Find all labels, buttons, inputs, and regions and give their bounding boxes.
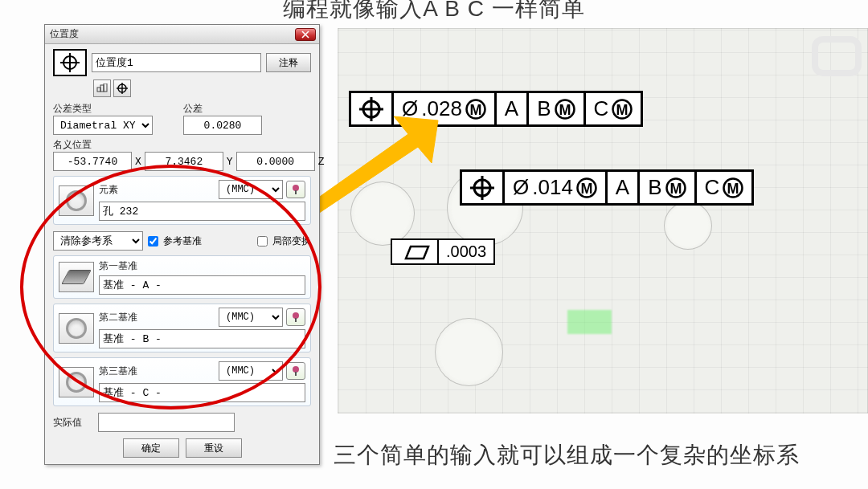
fcf2-datum-b: B M — [640, 172, 696, 203]
fcf1-value: .028 — [421, 96, 462, 121]
titlebar[interactable]: 位置度 — [45, 25, 319, 44]
fcf1-b-label: B — [537, 96, 551, 121]
datum3-block: 第三基准 (MMC) — [53, 357, 311, 406]
mmc-icon: M — [555, 99, 575, 120]
fcf-flatness: .0003 — [391, 238, 495, 265]
fcf1-datum-a: A — [497, 93, 529, 124]
dialog-title: 位置度 — [50, 27, 79, 41]
diameter-symbol: Ø — [513, 175, 529, 200]
local-xform-checkbox[interactable]: 局部变换 — [254, 234, 311, 249]
top-caption: 编程就像输入A B C 一样简单 — [0, 0, 868, 24]
clear-ref-select[interactable]: 清除参考系 — [53, 231, 143, 251]
nominal-x-input[interactable] — [53, 152, 132, 171]
datum2-pick-button[interactable] — [59, 313, 94, 344]
fcf1-tolerance: Ø .028 M — [394, 93, 497, 124]
fcf-position-2: Ø .014 M A B M C M — [460, 169, 754, 206]
svg-point-32 — [293, 185, 299, 191]
svg-text:M: M — [580, 181, 592, 197]
fcf1-datum-b: B M — [529, 93, 585, 124]
datum1-pick-button[interactable] — [59, 262, 94, 292]
fcf2-c-label: C — [705, 175, 720, 200]
fcf2-datum-a: A — [608, 172, 640, 203]
tolerance-label: 公差 — [183, 102, 311, 116]
feature-pick-button[interactable] — [59, 185, 94, 216]
feature-block: 元素 (MMC) — [53, 176, 311, 225]
fcf1-datum-c: C M — [586, 93, 641, 124]
ref-datum-label: 参考基准 — [163, 234, 202, 248]
x-label: X — [135, 156, 141, 168]
fcf2-tolerance: Ø .014 M — [505, 172, 608, 203]
svg-rect-37 — [295, 372, 297, 376]
fcf2-value: .014 — [532, 175, 573, 200]
diameter-symbol: Ø — [402, 96, 418, 121]
tool-iso-icon[interactable] — [93, 79, 111, 97]
mmc-icon: M — [465, 99, 486, 120]
svg-text:M: M — [616, 102, 628, 118]
annotate-button[interactable]: 注释 — [266, 53, 311, 72]
datum2-probe-button[interactable] — [286, 308, 305, 326]
datum2-value-input[interactable] — [99, 329, 305, 348]
nominal-label: 名义位置 — [53, 138, 311, 152]
datum2-label: 第二基准 — [99, 311, 215, 324]
position-dialog: 位置度 注释 — [44, 24, 320, 465]
datum3-probe-button[interactable] — [286, 362, 305, 380]
svg-text:M: M — [559, 102, 571, 118]
nominal-y-input[interactable] — [145, 152, 223, 171]
local-xform-label: 局部变换 — [272, 234, 311, 248]
cad-drawing — [338, 28, 868, 414]
svg-rect-27 — [100, 85, 104, 92]
feature-label: 元素 — [99, 183, 215, 197]
datum3-value-input[interactable] — [99, 383, 305, 402]
datum3-mmc-select[interactable]: (MMC) — [219, 361, 283, 381]
svg-marker-18 — [406, 247, 428, 259]
position-symbol-icon — [53, 49, 87, 76]
svg-point-36 — [293, 366, 299, 373]
datum1-block: 第一基准 — [53, 255, 311, 299]
svg-rect-35 — [295, 318, 297, 322]
datum2-block: 第二基准 (MMC) — [53, 304, 311, 352]
feature-name-input[interactable] — [92, 53, 261, 72]
svg-rect-26 — [97, 88, 100, 92]
close-button[interactable] — [295, 28, 316, 41]
tool-position-icon[interactable] — [113, 79, 131, 97]
datum2-mmc-select[interactable]: (MMC) — [219, 308, 283, 327]
flatness-icon — [392, 240, 439, 263]
datum3-pick-button[interactable] — [59, 367, 94, 397]
fcf1-c-label: C — [594, 96, 609, 121]
actual-label: 实际值 — [53, 416, 93, 430]
watermark-icon — [812, 36, 862, 76]
nominal-z-input[interactable] — [236, 152, 315, 171]
fcf2-datum-c: C M — [697, 172, 752, 203]
svg-rect-33 — [295, 190, 297, 194]
y-label: Y — [227, 156, 233, 168]
mmc-icon: M — [612, 99, 633, 120]
reset-button[interactable]: 重设 — [186, 438, 242, 458]
datum1-value-input[interactable] — [99, 275, 305, 295]
svg-rect-28 — [104, 84, 107, 92]
svg-point-34 — [293, 312, 299, 319]
actual-value-input — [98, 413, 235, 432]
ref-datum-checkbox[interactable]: 参考基准 — [145, 234, 252, 249]
tolerance-type-select[interactable]: Diametral XY — [53, 116, 153, 135]
fcf3-value: .0003 — [439, 240, 493, 263]
svg-text:M: M — [669, 181, 682, 197]
feature-mmc-select[interactable]: (MMC) — [219, 180, 283, 199]
datum1-label: 第一基准 — [99, 259, 305, 273]
ref-datum-checkbox-input[interactable] — [148, 236, 158, 247]
fcf-position-1: Ø .028 M A B M C M — [349, 91, 643, 127]
feature-value-input[interactable] — [99, 202, 305, 221]
mmc-icon: M — [723, 177, 743, 198]
feature-probe-button[interactable] — [286, 181, 305, 198]
mmc-icon: M — [576, 177, 597, 198]
ok-button[interactable]: 确定 — [123, 438, 179, 458]
tolerance-type-label: 公差类型 — [53, 102, 166, 116]
fcf2-b-label: B — [648, 175, 661, 200]
svg-text:M: M — [469, 102, 481, 118]
datum3-label: 第三基准 — [99, 365, 215, 378]
svg-text:M: M — [727, 181, 739, 197]
true-position-icon — [351, 93, 394, 124]
local-xform-checkbox-input[interactable] — [257, 236, 268, 247]
true-position-icon — [462, 172, 505, 203]
bottom-caption: 三个简单的输入就可以组成一个复杂的坐标系 — [334, 440, 800, 471]
tolerance-input[interactable] — [183, 116, 262, 135]
